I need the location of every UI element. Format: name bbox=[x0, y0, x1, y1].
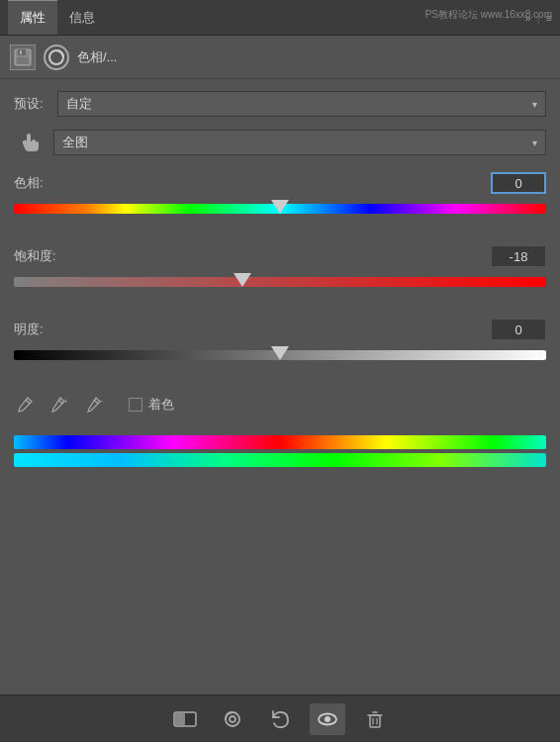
expand-icon[interactable]: » bbox=[525, 12, 531, 24]
sat-slider-track[interactable] bbox=[14, 271, 546, 299]
light-thumb[interactable] bbox=[271, 344, 289, 366]
saturation-section: 饱和度: bbox=[14, 245, 546, 301]
floppy-icon[interactable] bbox=[10, 45, 36, 70]
channel-arrow: ▾ bbox=[532, 138, 537, 148]
hue-label-row: 色相: bbox=[14, 172, 546, 194]
channel-row: 全图 ▾ bbox=[14, 127, 546, 158]
svg-point-11 bbox=[230, 716, 235, 722]
eyedropper-tool[interactable] bbox=[14, 394, 36, 416]
svg-text:+: + bbox=[63, 397, 68, 406]
spectrum-full-bar bbox=[14, 435, 546, 449]
trash-button[interactable] bbox=[357, 703, 393, 735]
tools-row: + − 着色 bbox=[14, 394, 546, 416]
panel-content: 预设: 自定 ▾ 全图 ▾ 色相: 饱 bbox=[0, 79, 560, 479]
light-thumb-triangle bbox=[271, 346, 289, 360]
light-input[interactable] bbox=[491, 319, 546, 340]
tab-bar: 属性 信息 » | ≡ PS教程论坛 www.16xx8.com bbox=[0, 0, 560, 36]
undo-button[interactable] bbox=[262, 703, 298, 735]
sat-gradient-track bbox=[14, 277, 546, 287]
channel-value: 全图 bbox=[62, 134, 88, 151]
hand-tool-icon[interactable] bbox=[14, 127, 46, 158]
preset-row: 预设: 自定 ▾ bbox=[14, 91, 546, 117]
hue-label: 色相: bbox=[14, 174, 44, 192]
tab-bar-actions: » | ≡ bbox=[525, 12, 552, 24]
colorize-checkbox[interactable] bbox=[129, 398, 142, 412]
mask-button[interactable] bbox=[167, 703, 203, 735]
sat-thumb[interactable] bbox=[233, 271, 251, 293]
preset-value: 自定 bbox=[66, 95, 92, 113]
tab-info[interactable]: 信息 bbox=[57, 0, 107, 35]
sat-label-row: 饱和度: bbox=[14, 245, 546, 267]
adjustment-circle-icon[interactable] bbox=[44, 45, 69, 70]
svg-rect-7 bbox=[175, 713, 185, 725]
svg-text:−: − bbox=[99, 397, 104, 406]
hue-thumb-triangle bbox=[271, 200, 289, 214]
spectrum-result-bar bbox=[14, 453, 546, 467]
preset-arrow: ▾ bbox=[532, 99, 537, 110]
svg-point-13 bbox=[325, 716, 330, 722]
bottom-toolbar bbox=[0, 695, 560, 742]
light-label: 明度: bbox=[14, 321, 44, 338]
menu-icon[interactable]: ≡ bbox=[546, 12, 552, 24]
hue-section: 色相: bbox=[14, 172, 546, 228]
eyedropper-add-tool[interactable]: + bbox=[49, 394, 71, 416]
spectrum-bars bbox=[14, 435, 546, 467]
svg-rect-14 bbox=[370, 715, 380, 727]
light-slider-track[interactable] bbox=[14, 344, 546, 372]
colorize-label[interactable]: 着色 bbox=[148, 396, 174, 414]
channel-select[interactable]: 全图 ▾ bbox=[53, 130, 546, 155]
hue-slider-track[interactable] bbox=[14, 198, 546, 226]
svg-rect-8 bbox=[185, 713, 195, 725]
tab-properties[interactable]: 属性 bbox=[8, 0, 57, 35]
hue-input[interactable] bbox=[491, 172, 546, 194]
svg-rect-2 bbox=[17, 57, 29, 64]
preset-select[interactable]: 自定 ▾ bbox=[57, 91, 546, 117]
preset-label: 预设: bbox=[14, 95, 49, 113]
loop-button[interactable] bbox=[215, 703, 250, 735]
eye-button[interactable] bbox=[310, 703, 345, 735]
panel-title: 色相/... bbox=[77, 48, 117, 66]
panel-header: 色相/... bbox=[0, 36, 560, 79]
sat-label: 饱和度: bbox=[14, 247, 56, 265]
sat-input[interactable] bbox=[491, 245, 546, 267]
svg-rect-3 bbox=[20, 50, 22, 54]
eyedropper-remove-tool[interactable]: − bbox=[85, 394, 107, 416]
hue-thumb[interactable] bbox=[271, 198, 289, 220]
lightness-section: 明度: bbox=[14, 319, 546, 374]
light-label-row: 明度: bbox=[14, 319, 546, 340]
colorize-row: 着色 bbox=[129, 396, 174, 414]
sat-thumb-triangle bbox=[233, 273, 251, 287]
